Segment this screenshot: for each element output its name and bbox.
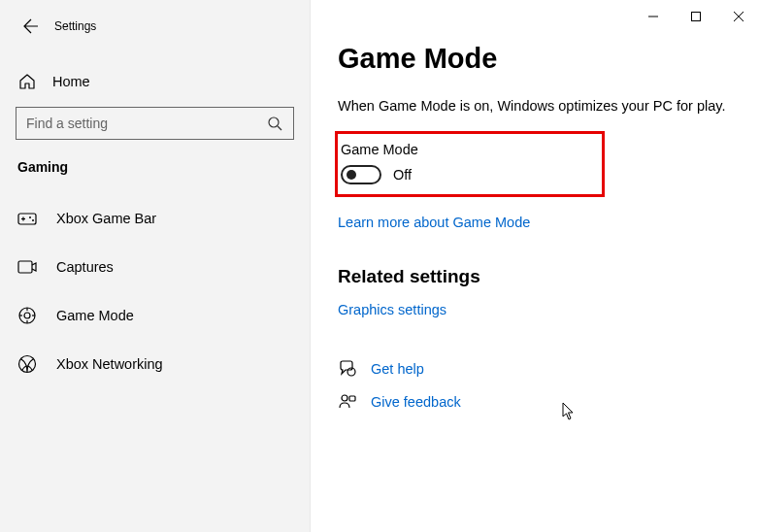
game-mode-icon [17, 306, 37, 325]
svg-point-9 [24, 313, 30, 318]
nav-label: Game Mode [56, 308, 134, 323]
nav-item-captures[interactable]: Captures [0, 243, 310, 291]
search-box[interactable] [16, 107, 294, 140]
svg-rect-19 [692, 13, 701, 21]
highlight-annotation: Game Mode Off [335, 131, 605, 197]
captures-icon [17, 257, 37, 277]
close-icon [734, 12, 743, 21]
related-settings-title: Related settings [338, 266, 733, 287]
search-input[interactable] [26, 116, 266, 131]
give-feedback-row[interactable]: Give feedback [338, 392, 733, 412]
back-button[interactable] [16, 11, 47, 42]
svg-point-5 [29, 216, 31, 218]
svg-point-6 [32, 219, 34, 221]
minimize-button[interactable] [632, 0, 675, 33]
window-title: Settings [54, 19, 96, 33]
feedback-icon [338, 392, 357, 412]
toggle-state: Off [393, 167, 412, 183]
svg-rect-7 [18, 261, 32, 273]
search-icon [266, 115, 283, 132]
nav-label: Xbox Game Bar [56, 211, 156, 226]
svg-point-16 [342, 395, 347, 401]
get-help-row[interactable]: Get help [338, 359, 733, 379]
svg-line-1 [278, 126, 281, 130]
window-controls [632, 0, 760, 33]
nav-item-xbox-networking[interactable]: Xbox Networking [0, 340, 310, 388]
svg-point-0 [269, 117, 279, 127]
home-nav[interactable]: Home [0, 62, 310, 101]
maximize-button[interactable] [675, 0, 717, 33]
nav-item-xbox-game-bar[interactable]: Xbox Game Bar [0, 194, 310, 243]
game-bar-icon [17, 209, 37, 228]
svg-rect-2 [18, 214, 36, 224]
page-description: When Game Mode is on, Windows optimizes … [338, 98, 733, 114]
home-icon [17, 72, 37, 91]
game-mode-toggle[interactable] [341, 165, 381, 184]
toggle-row: Off [338, 165, 592, 184]
back-arrow-icon [23, 18, 39, 34]
toggle-label: Game Mode [338, 142, 592, 157]
maximize-icon [691, 12, 701, 21]
nav-list: Xbox Game Bar Captures Game Mode Xbox Ne… [0, 194, 310, 388]
give-feedback-link[interactable]: Give feedback [371, 394, 461, 410]
learn-more-link[interactable]: Learn more about Game Mode [338, 215, 530, 230]
graphics-settings-link[interactable]: Graphics settings [338, 302, 446, 317]
help-icon [338, 359, 357, 379]
search-container [0, 101, 310, 140]
svg-rect-17 [349, 396, 355, 401]
titlebar: Settings [0, 10, 310, 43]
settings-window: Settings Home Gaming Xbox Game Bar [0, 0, 760, 532]
nav-label: Xbox Networking [56, 356, 163, 372]
home-label: Home [52, 74, 90, 89]
sidebar: Settings Home Gaming Xbox Game Bar [0, 0, 311, 532]
get-help-link[interactable]: Get help [371, 361, 424, 377]
main-content: Game Mode When Game Mode is on, Windows … [311, 0, 760, 532]
xbox-icon [17, 354, 37, 374]
nav-item-game-mode[interactable]: Game Mode [0, 291, 310, 340]
nav-label: Captures [56, 259, 114, 275]
minimize-icon [648, 12, 658, 21]
category-header: Gaming [0, 140, 310, 186]
close-button[interactable] [717, 0, 760, 33]
toggle-knob [347, 170, 356, 180]
page-title: Game Mode [338, 43, 733, 75]
